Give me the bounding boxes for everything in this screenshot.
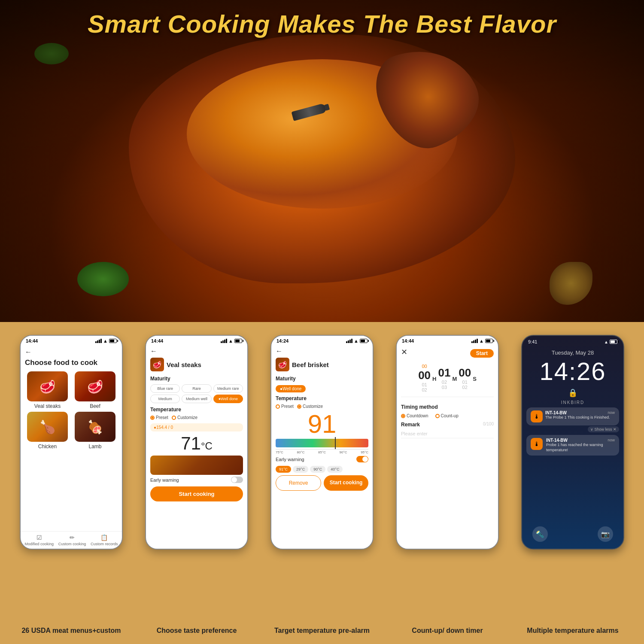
customize-label-3: Customize [303, 404, 323, 409]
hero-garnish-greens [77, 262, 129, 296]
modified-icon: ☑ [36, 534, 42, 541]
food-image-chicken: 🍗 [27, 412, 68, 442]
temp-badge: ●154.4 / 0 [150, 423, 243, 431]
camera-icon[interactable]: 📷 [598, 526, 613, 542]
maturity-blue-rare[interactable]: Blue rare [150, 384, 180, 393]
notif-2-msg: Probe 1 has reached the warning temperat… [546, 443, 615, 453]
lock-bottom-icons: 🔦 📷 [522, 526, 623, 542]
ew-chip-1[interactable]: 91°C [276, 466, 291, 473]
hero-garnish-2 [34, 43, 69, 64]
preset-label: Preset [156, 415, 168, 420]
inkbird-brand: INKBIRD [522, 400, 623, 405]
caption-3: Target temperature pre-alarm [270, 626, 374, 635]
food-item-lamb[interactable]: 🍖 Lamb [73, 412, 118, 450]
active-maturity-chip[interactable]: ●Well done [276, 385, 306, 392]
veal-avatar: 🥩 [150, 358, 164, 371]
maturity-medium-rare[interactable]: Medium rare [213, 384, 243, 393]
records-icon: 📋 [100, 534, 108, 541]
hours-below: 01 [422, 382, 427, 387]
temp-label-2: Temperature [150, 407, 243, 413]
timer-hours: 00 00 01 02 [418, 364, 431, 392]
phone2-food-name: Veal steaks [167, 361, 201, 368]
radio-dot-preset [150, 416, 155, 420]
early-warning-row: Early warning [150, 477, 243, 483]
early-warning-row-3: Early warning [276, 456, 368, 462]
phone-lock-screen: 9:41 ▲ Tuesday, May 28 14:26 🔒 INKBIRD 🌡 [521, 335, 624, 550]
food-image-veal: 🥩 [27, 371, 68, 401]
battery-icon-4 [485, 339, 493, 343]
back-arrow-1[interactable]: ← [25, 348, 118, 356]
food-item-veal[interactable]: 🥩 Veal steaks [25, 371, 70, 409]
notif-2-title: INT-14-BW [546, 438, 568, 443]
close-button-4[interactable]: ✕ [401, 347, 407, 357]
radio-customize[interactable]: Customize [172, 415, 197, 420]
hero-section: Smart Cooking Makes The Best Flavor [0, 0, 644, 322]
food-image-lamb: 🍖 [75, 412, 115, 442]
food-image-beef: 🥩 [75, 371, 115, 401]
phone-choose-food: 14:44 ▲ ← Choose food to cook 🥩 Veal ste… [20, 335, 123, 550]
food-item-chicken[interactable]: 🍗 Chicken [25, 412, 70, 450]
lock-status-icons: ▲ [604, 339, 617, 344]
phones-row: 14:44 ▲ ← Choose food to cook 🥩 Veal ste… [0, 322, 644, 623]
ew-chip-2[interactable]: 29°C [293, 466, 308, 473]
start-cooking-button[interactable]: Start cooking [324, 475, 368, 491]
remove-button[interactable]: Remove [276, 475, 321, 491]
maturity-well-done[interactable]: ●Well done [213, 395, 243, 403]
start-top-button[interactable]: Start [470, 349, 494, 358]
m-unit: M [452, 376, 457, 382]
maturity-rare[interactable]: Rare [182, 384, 211, 393]
start-cooking-btn-2[interactable]: Start cooking [150, 486, 243, 501]
status-bar-4: 14:44 ▲ [397, 336, 498, 345]
notif-2-content: INT-14-BW now Probe 1 has reached the wa… [546, 438, 615, 453]
steak-visual [150, 456, 243, 475]
bottom-section: 14:44 ▲ ← Choose food to cook 🥩 Veal ste… [0, 322, 644, 644]
tab-custom-cooking[interactable]: ✏ Custom cooking [58, 534, 86, 546]
food-item-beef[interactable]: 🥩 Beef [73, 371, 118, 409]
beef-avatar: 🥩 [276, 358, 289, 371]
sec-lower: 02 [462, 385, 468, 390]
maturity-medium[interactable]: Medium [150, 395, 180, 403]
maturity-grid: Blue rare Rare Medium rare Medium Medium… [150, 384, 243, 403]
timer-seconds: 00 01 02 [459, 366, 471, 390]
tab-records-label: Custom records [91, 542, 118, 546]
tab-modified-cooking[interactable]: ☑ Modified cooking [24, 534, 54, 546]
maturity-medium-well[interactable]: Medium well [182, 395, 211, 403]
scale-95: 95°C [361, 450, 368, 454]
food-label-beef: Beef [90, 403, 100, 409]
early-warning-toggle-3[interactable] [356, 456, 368, 462]
phone4-top-row: ✕ Start [401, 347, 494, 359]
phone1-title: Choose food to cook [25, 358, 118, 367]
remark-input[interactable]: Please enter [401, 429, 494, 438]
tab-modified-label: Modified cooking [24, 542, 54, 546]
temp-scale-labels: 75°C 80°C 85°C 90°C 95°C [276, 449, 368, 454]
ew-chip-3[interactable]: 90°C [310, 466, 325, 473]
countdown-label: Countdown [407, 413, 428, 418]
back-arrow-3[interactable]: ← [276, 347, 368, 355]
phone1-content: ← Choose food to cook 🥩 Veal steaks 🥩 Be… [21, 345, 122, 531]
timer-minutes: 01 02 03 [438, 366, 450, 390]
tab-custom-records[interactable]: 📋 Custom records [91, 534, 118, 546]
battery-icon-2 [234, 339, 242, 343]
countup-label: Count-up [441, 413, 459, 418]
min-below: 02 [442, 380, 447, 385]
countup-option[interactable]: Count-up [435, 413, 459, 418]
phone1-time: 14:44 [26, 338, 38, 343]
food-grid: 🥩 Veal steaks 🥩 Beef 🍗 Chicken 🍖 Lamb [25, 371, 118, 450]
phone4-content: ✕ Start 00 00 01 02 H 01 02 03 [397, 345, 498, 549]
countdown-option[interactable]: Countdown [401, 413, 428, 418]
notification-2: 🌡 INT-14-BW now Probe 1 has reached the … [526, 435, 619, 456]
show-less-btn[interactable]: ∨ Show less ✕ [588, 426, 619, 432]
radio-preset[interactable]: Preset [150, 415, 168, 420]
back-arrow-2[interactable]: ← [150, 347, 243, 355]
radio-preset-3[interactable]: Preset [276, 404, 294, 409]
remark-label: Remark [401, 422, 420, 428]
phone1-bottom-tabs: ☑ Modified cooking ✏ Custom cooking 📋 Cu… [21, 531, 122, 549]
flashlight-icon[interactable]: 🔦 [532, 526, 548, 542]
notif-1-content: INT-14-BW now The Probe 1 This cooking i… [545, 410, 615, 422]
early-warning-toggle[interactable] [231, 477, 243, 483]
h-unit: H [432, 376, 436, 382]
radio-customize-3[interactable]: Customize [297, 404, 323, 409]
phone3-header: 🥩 Beef brisket [276, 358, 368, 371]
caption-1: 26 USDA meat menus+custom [20, 626, 123, 635]
ew-chip-4[interactable]: 40°C [327, 466, 343, 473]
